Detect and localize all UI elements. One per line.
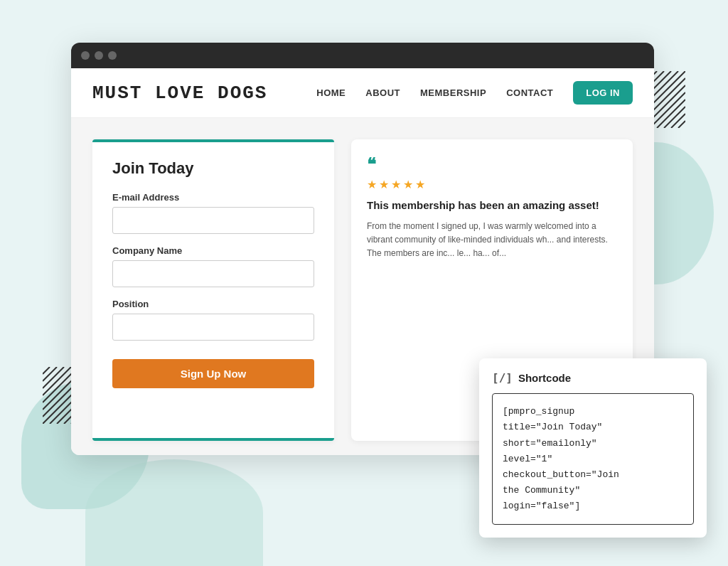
company-label: Company Name [112,245,314,256]
shortcode-icon: [/] [492,371,513,385]
join-form-card: Join Today E-mail Address Company Name P… [92,139,334,441]
shortcode-header: [/] Shortcode [492,371,694,385]
testimonial-title: This membership has been an amazing asse… [367,198,617,213]
bg-decoration-bottom [85,459,263,566]
star-5: ★ [415,178,425,191]
browser-dot-green [108,51,117,60]
star-2: ★ [379,178,389,191]
shortcode-code-box: [pmpro_signup title="Join Today" short="… [492,393,694,525]
browser-dot-red [81,51,90,60]
browser-dot-yellow [95,51,103,60]
form-title: Join Today [112,159,314,178]
position-label: Position [112,299,314,309]
position-field-group: Position [112,299,314,341]
nav-link-home[interactable]: HOME [316,87,346,98]
nav-link-membership[interactable]: MEMBERSHIP [420,87,486,98]
shortcode-code: [pmpro_signup title="Join Today" short="… [503,404,683,514]
site-logo: MUST LOVE DOGS [92,82,267,104]
company-input[interactable] [112,260,314,287]
svg-line-16 [43,367,57,381]
star-1: ★ [367,178,377,191]
site-navigation: MUST LOVE DOGS HOME ABOUT MEMBERSHIP CON… [71,68,654,118]
signup-button[interactable]: Sign Up Now [112,359,314,388]
nav-link-about[interactable]: ABOUT [365,87,400,98]
star-rating: ★ ★ ★ ★ ★ [367,178,617,191]
position-input[interactable] [112,314,314,341]
company-field-group: Company Name [112,245,314,287]
star-3: ★ [391,178,401,191]
login-button[interactable]: LOG IN [573,81,633,105]
shortcode-title: Shortcode [518,372,571,384]
nav-link-contact[interactable]: CONTACT [506,87,553,98]
svg-line-14 [678,121,685,128]
email-label: E-mail Address [112,192,314,203]
email-input[interactable] [112,207,314,234]
email-field-group: E-mail Address [112,192,314,234]
shortcode-popup: [/] Shortcode [pmpro_signup title="Join … [479,358,707,538]
svg-line-18 [43,367,71,395]
svg-line-13 [671,114,685,128]
star-4: ★ [403,178,413,191]
testimonial-text: From the moment I signed up, I was warml… [367,220,617,261]
svg-line-10 [650,92,685,128]
browser-titlebar [71,43,654,68]
svg-line-15 [43,367,50,374]
svg-line-11 [657,100,685,128]
quote-icon: ❝ [367,155,617,175]
nav-links-container: HOME ABOUT MEMBERSHIP CONTACT LOG IN [316,81,633,105]
